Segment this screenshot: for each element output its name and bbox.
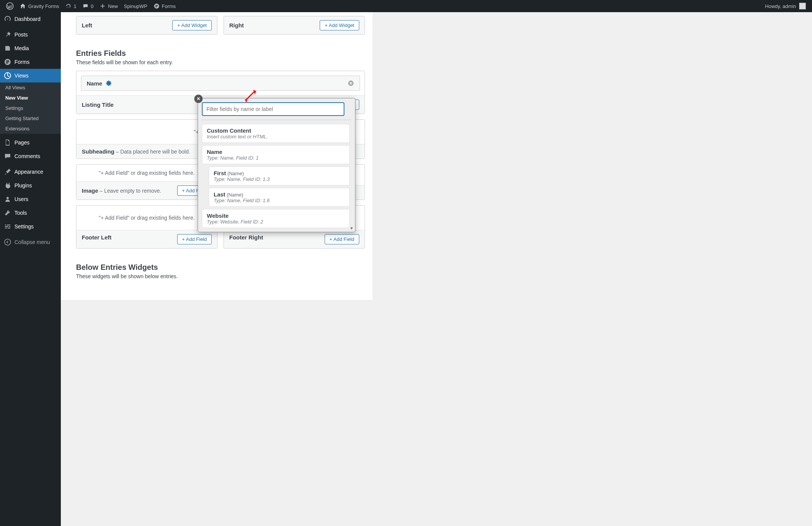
menu-pages[interactable]: Pages [0,136,61,149]
svg-point-12 [5,239,11,245]
pages-icon [4,139,11,146]
menu-settings[interactable]: Settings [0,220,61,233]
svg-rect-3 [155,6,157,6]
howdy-label: Howdy, admin [765,3,796,9]
svg-rect-7 [6,60,9,61]
wrench-icon [4,209,11,217]
collapse-menu[interactable]: Collapse menu [0,235,61,249]
footer-right-label: Footer Right [229,234,263,241]
gear-icon[interactable] [105,80,112,87]
list-item[interactable]: First (Name) Type: Name, Field ID: 1.3 [209,166,350,185]
footer-left-box: "+ Add Field" or drag existing fields he… [76,205,217,249]
admin-bar: Gravity Forms 1 0 New SpinupWP [0,0,812,12]
admin-menu: Dashboard Posts Media Forms Views All Vi… [0,12,61,300]
forms-icon [154,3,160,9]
list-item[interactable]: Last (Name) Type: Name, Field ID: 1.6 [209,188,350,207]
image-box: "+ Add Field" or drag existing fields he… [76,164,217,200]
brush-icon [4,168,11,176]
views-icon [4,72,11,79]
entries-desc: These fields will be shown for each entr… [76,59,365,65]
menu-forms[interactable]: Forms [0,55,61,69]
filter-input[interactable] [202,102,344,116]
drop-area-fl[interactable]: "+ Add Field" or drag existing fields he… [76,206,217,230]
below-desc: These widgets will be shown below entrie… [76,273,365,279]
add-widget-right[interactable]: + Add Widget [320,20,359,30]
menu-views[interactable]: Views [0,69,61,82]
pin-icon [4,31,11,38]
close-icon[interactable]: ✕ [194,95,203,103]
below-title: Below Entries Widgets [76,263,365,272]
menu-tools[interactable]: Tools [0,206,61,220]
menu-appearance[interactable]: Appearance [0,165,61,179]
menu-media[interactable]: Media [0,41,61,55]
listing-title-label: Listing Title [82,101,114,108]
user-icon [4,195,11,203]
dashboard-icon [4,15,11,23]
new-label: New [108,3,118,9]
field-name-label: Name [87,80,102,87]
image-label: Image [82,187,98,194]
home-icon [20,3,26,9]
svg-point-11 [6,197,9,199]
submenu-settings[interactable]: Settings [0,103,61,113]
entries-title: Entries Fields [76,49,365,58]
list-item[interactable]: Name Type: Name, Field ID: 1 [202,145,350,164]
widget-right: Right + Add Widget [224,16,365,35]
widget-left-title: Left [82,22,92,29]
widget-left: Left + Add Widget [76,16,217,35]
new-content[interactable]: New [97,0,121,12]
collapse-icon [4,238,11,246]
subheading-label: Subheading [82,148,114,155]
widget-right-title: Right [229,22,244,29]
media-icon [4,44,11,52]
svg-point-5 [6,47,7,48]
site-name[interactable]: Gravity Forms [17,0,62,12]
drop-area-image[interactable]: "+ Add Field" or drag existing fields he… [76,165,217,181]
comments[interactable]: 0 [79,0,97,12]
subheading-desc: – Data placed here will be bold. [114,149,190,155]
submenu-new-view[interactable]: New View [0,93,61,103]
add-field-footer-right[interactable]: + Add Field [325,234,359,244]
svg-rect-9 [6,63,8,63]
forms-link[interactable]: Forms [151,0,179,12]
update-icon [65,3,71,9]
list-item[interactable]: Custom Content Insert custom text or HTM… [202,124,350,143]
svg-rect-8 [6,62,9,62]
menu-posts[interactable]: Posts [0,28,61,41]
add-widget-left[interactable]: + Add Widget [172,20,212,30]
plus-icon [100,3,106,9]
spinupwp[interactable]: SpinupWP [121,0,150,12]
field-list[interactable]: Custom Content Insert custom text or HTM… [202,124,351,228]
remove-field-icon[interactable] [347,80,354,87]
submenu-getting-started[interactable]: Getting Started [0,113,61,124]
wp-logo[interactable] [3,0,17,12]
chevron-down-icon[interactable]: ▼ [350,226,354,230]
forms-menu-icon [4,58,11,66]
menu-plugins[interactable]: Plugins [0,179,61,192]
submenu-all-views[interactable]: All Views [0,82,61,93]
image-desc: – Leave empty to remove. [98,188,161,194]
svg-rect-4 [155,7,157,8]
configured-field-name[interactable]: Name [81,76,360,91]
menu-comments[interactable]: Comments [0,149,61,163]
menu-dashboard[interactable]: Dashboard [0,12,61,26]
svg-rect-2 [155,5,157,6]
menu-users[interactable]: Users [0,192,61,206]
updates-count: 1 [74,3,76,9]
add-field-footer-left[interactable]: + Add Field [177,234,212,244]
avatar [799,3,806,10]
plug-icon [4,182,11,189]
footer-left-label: Footer Left [82,234,111,241]
site-name-label: Gravity Forms [28,3,59,9]
comment-icon [82,3,89,9]
comments-menu-icon [4,152,11,160]
submenu-extensions[interactable]: Extensions [0,124,61,134]
comments-count: 0 [91,3,94,9]
sliders-icon [4,223,11,230]
views-submenu: All Views New View Settings Getting Star… [0,82,61,134]
updates[interactable]: 1 [62,0,79,12]
field-picker-popup: ✕ Custom Content Insert custom text or H… [198,98,355,232]
list-item[interactable]: Website Type: Website, Field ID: 2 [202,209,350,228]
my-account[interactable]: Howdy, admin [762,0,809,12]
